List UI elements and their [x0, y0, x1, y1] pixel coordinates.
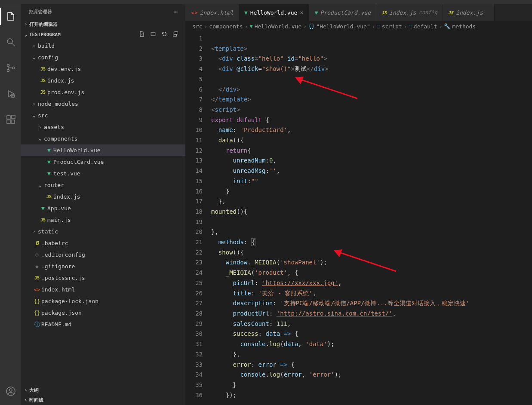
- open-editors-section[interactable]: › 打开的编辑器: [21, 19, 185, 29]
- activity-bar: [0, 4, 21, 405]
- close-icon[interactable]: ×: [300, 9, 303, 16]
- file-main[interactable]: JSmain.js: [21, 214, 185, 226]
- editor-area: <>index.html ▼HelloWorld.vue× ▼ProductCa…: [185, 4, 532, 405]
- chevron-right-icon: ›: [22, 21, 29, 27]
- file-postcssrc[interactable]: JS.postcssrc.js: [21, 272, 185, 284]
- file-editorconfig[interactable]: ⚙.editorconfig: [21, 249, 185, 261]
- bc-file[interactable]: HelloWorld.vue: [255, 23, 302, 30]
- timeline-section[interactable]: › 时间线: [21, 395, 185, 405]
- search-icon[interactable]: [0, 34, 21, 51]
- line-gutter: 1234567891011121314151617181920212223242…: [185, 32, 211, 405]
- file-helloworld[interactable]: ▼HelloWorld.vue: [21, 144, 185, 156]
- svg-point-0: [7, 39, 12, 44]
- source-control-icon[interactable]: [0, 59, 21, 77]
- folder-assets[interactable]: ›assets: [21, 121, 185, 133]
- folder-src[interactable]: ⌄src: [21, 110, 185, 121]
- open-editors-label: 打开的编辑器: [29, 21, 58, 28]
- bc-src[interactable]: src: [192, 23, 202, 30]
- file-babelrc[interactable]: B.babelrc: [21, 237, 185, 249]
- timeline-label: 时间线: [29, 397, 43, 403]
- tab-index-html[interactable]: <>index.html: [185, 4, 239, 21]
- file-readme[interactable]: ⓘREADME.md: [21, 319, 185, 330]
- collapse-all-icon[interactable]: [172, 31, 178, 38]
- folder-build[interactable]: ›build: [21, 40, 185, 52]
- sidebar-title: 资源管理器 ⋯: [21, 4, 185, 19]
- new-file-icon[interactable]: [139, 31, 145, 38]
- outline-section[interactable]: › 大纲: [21, 385, 185, 395]
- file-app[interactable]: ▼App.vue: [21, 202, 185, 214]
- file-package-lock[interactable]: {}package-lock.json: [21, 295, 185, 307]
- folder-config[interactable]: ⌄config: [21, 52, 185, 63]
- extensions-icon[interactable]: [0, 111, 21, 128]
- tab-index-config[interactable]: JSindex.jsconfig: [376, 4, 443, 21]
- chevron-down-icon: ⌄: [22, 32, 29, 37]
- svg-rect-8: [11, 120, 15, 123]
- svg-rect-7: [7, 120, 10, 123]
- file-productcard[interactable]: ▼ProductCard.vue: [21, 156, 185, 168]
- tab-index-router[interactable]: JSindex.js: [443, 4, 495, 21]
- folder-components[interactable]: ⌄components: [21, 133, 185, 144]
- bc-methods[interactable]: methods: [452, 23, 476, 30]
- more-icon[interactable]: ⋯: [173, 8, 178, 16]
- tabs: <>index.html ▼HelloWorld.vue× ▼ProductCa…: [185, 4, 532, 21]
- file-index-html[interactable]: <>index.html: [21, 284, 185, 295]
- bc-default[interactable]: default: [414, 23, 437, 30]
- file-gitignore[interactable]: ◆.gitignore: [21, 261, 185, 272]
- file-package[interactable]: {}package.json: [21, 307, 185, 319]
- tab-helloworld[interactable]: ▼HelloWorld.vue×: [239, 4, 309, 21]
- file-index-config[interactable]: JSindex.js: [21, 75, 185, 86]
- bc-script[interactable]: script: [382, 23, 402, 30]
- file-prod-env[interactable]: JSprod.env.js: [21, 86, 185, 98]
- svg-rect-6: [7, 116, 10, 119]
- svg-rect-9: [12, 115, 15, 119]
- code-editor[interactable]: 1234567891011121314151617181920212223242…: [185, 32, 532, 405]
- svg-point-2: [7, 64, 9, 67]
- titlebar: [0, 0, 532, 4]
- refresh-icon[interactable]: [161, 31, 167, 38]
- tab-productcard[interactable]: ▼ProductCard.vue: [309, 4, 376, 21]
- file-test[interactable]: ▼test.vue: [21, 168, 185, 179]
- folder-static[interactable]: ›static: [21, 226, 185, 237]
- file-tree: ›build ⌄config JSdev.env.js JSindex.js J…: [21, 40, 185, 385]
- sidebar: 资源管理器 ⋯ › 打开的编辑器 ⌄ TESTPROGRAM ›build ⌄c…: [21, 4, 185, 405]
- folder-router[interactable]: ⌄router: [21, 179, 185, 191]
- project-section[interactable]: ⌄ TESTPROGRAM: [21, 29, 185, 40]
- chevron-right-icon: ›: [22, 387, 29, 393]
- new-folder-icon[interactable]: [150, 31, 156, 38]
- project-label: TESTPROGRAM: [29, 32, 61, 37]
- svg-point-11: [9, 389, 12, 391]
- file-dev-env[interactable]: JSdev.env.js: [21, 63, 185, 75]
- bc-components[interactable]: components: [209, 23, 243, 30]
- explorer-icon[interactable]: [0, 8, 21, 25]
- folder-node-modules[interactable]: ›node_modules: [21, 98, 185, 110]
- file-router-index[interactable]: JSindex.js: [21, 191, 185, 202]
- bc-quoted[interactable]: "HelloWorld.vue": [317, 23, 370, 30]
- outline-label: 大纲: [29, 387, 39, 393]
- breadcrumbs[interactable]: src› components› ▼HelloWorld.vue› {}"Hel…: [185, 21, 532, 32]
- svg-point-4: [12, 67, 15, 69]
- account-icon[interactable]: [0, 383, 21, 400]
- explorer-label: 资源管理器: [28, 9, 52, 15]
- debug-icon[interactable]: [0, 85, 21, 102]
- svg-line-1: [12, 43, 15, 46]
- code-content[interactable]: <template> <div class="hello" id="hello"…: [211, 32, 532, 405]
- chevron-right-icon: ›: [22, 397, 29, 403]
- svg-point-3: [7, 70, 9, 72]
